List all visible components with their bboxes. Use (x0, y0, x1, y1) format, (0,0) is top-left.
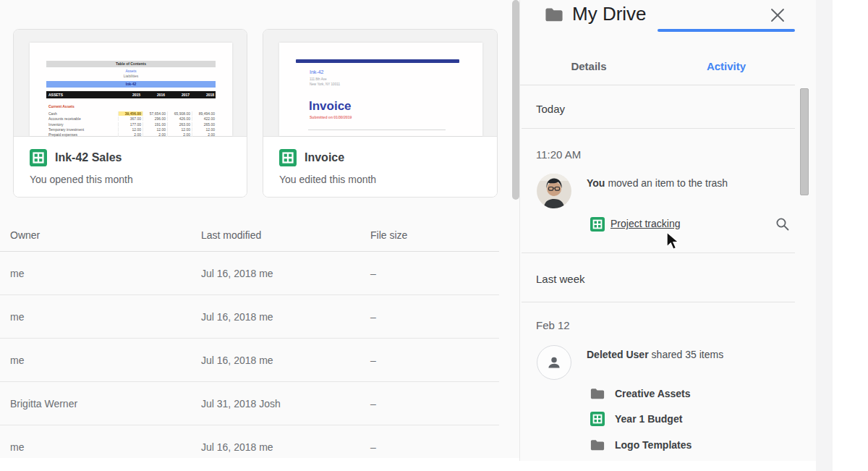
panel-title: My Drive (572, 3, 647, 25)
cell-file-size: – (370, 398, 376, 410)
table-row[interactable]: me Jul 16, 2018 me – (0, 425, 499, 458)
section-divider (522, 302, 795, 302)
active-tab-indicator (658, 29, 795, 32)
preview-toc-title: Table of Contents (46, 61, 216, 67)
preview-section-label: Current Assets (48, 104, 75, 109)
search-icon[interactable] (775, 217, 790, 232)
activity-target-row: Project tracking (590, 216, 793, 233)
file-card-invoice[interactable]: Ink-42 111 8th Ave New York, NY 10011 In… (263, 29, 498, 198)
file-card-subtitle: You edited this month (279, 174, 376, 185)
table-row[interactable]: me Jul 16, 2018 me – (0, 295, 499, 339)
cell-owner: me (10, 355, 24, 366)
spreadsheet-preview: Table of Contents Assets Liabilities Ink… (30, 43, 232, 136)
user-photo (537, 174, 571, 208)
avatar (537, 174, 571, 208)
panel-scrollbar-thumb[interactable] (800, 88, 809, 195)
preview-data-row: Inventory 177.00 191.00 263.00 265.00 (48, 122, 216, 127)
details-activity-panel: My Drive Details Activity Today 11:20 AM… (519, 0, 816, 461)
cell-owner: me (10, 268, 24, 279)
cell-last-modified: Jul 16, 2018 me (201, 311, 273, 323)
window-scrollbar-track[interactable] (816, 0, 833, 471)
invoice-divider (308, 130, 446, 130)
close-icon[interactable] (769, 7, 786, 24)
invoice-submitted-note: Submitted on 01/30/2019 (310, 115, 352, 119)
cell-last-modified: Jul 16, 2018 me (201, 268, 273, 279)
cell-file-size: – (370, 441, 376, 453)
file-card-title: Invoice (305, 151, 344, 164)
preview-data-row: Temporary investment 12.00 12.00 12.00 1… (48, 127, 216, 132)
preview-toc-assets: Assets (46, 69, 216, 73)
cell-file-size: – (370, 355, 376, 366)
preview-data-row: Accounts receivable 367.00 296.00 426.00… (48, 116, 216, 122)
shared-item-label: Logo Templates (615, 439, 692, 451)
person-icon (544, 352, 564, 373)
table-row[interactable]: me Jul 16, 2018 me – (0, 339, 499, 382)
preview-sheet-band: Ink-42 (46, 81, 216, 88)
activity-action: shared 35 items (652, 349, 724, 360)
file-card-thumbnail: Ink-42 111 8th Ave New York, NY 10011 In… (263, 30, 497, 137)
activity-description: Youmoved an item to the trash (587, 177, 728, 189)
activity-action: moved an item to the trash (608, 177, 728, 189)
preview-header-row: ASSETS 2015 2016 2017 2018 (46, 91, 216, 98)
avatar-generic (537, 345, 571, 380)
cell-file-size: – (370, 311, 376, 323)
file-list-table: Owner Last modified File size me Jul 16,… (0, 217, 499, 458)
drive-screen: Table of Contents Assets Liabilities Ink… (0, 0, 868, 471)
invoice-doc-title: Invoice (309, 99, 352, 114)
activity-actor: You (587, 177, 605, 189)
preview-data-row: Cash 39,456.00 57,654.00 65,908.00 89,49… (48, 111, 216, 116)
section-divider (522, 128, 795, 129)
file-card-thumbnail: Table of Contents Assets Liabilities Ink… (14, 30, 247, 137)
invoice-preview: Ink-42 111 8th Ave New York, NY 10011 In… (279, 43, 482, 136)
cell-file-size: – (370, 268, 376, 279)
preview-toc-liabilities: Liabilities (46, 74, 216, 78)
file-card-footer: Ink-42 Sales You opened this month (14, 137, 247, 198)
sheets-icon (590, 412, 605, 426)
cell-owner: me (10, 311, 24, 323)
sheets-icon (590, 217, 605, 232)
cell-last-modified: Jul 31, 2018 Josh (201, 398, 281, 410)
file-link-project-tracking[interactable]: Project tracking (610, 218, 680, 229)
column-header-owner[interactable]: Owner (10, 229, 40, 241)
column-header-last-modified[interactable]: Last modified (201, 229, 261, 241)
section-header-today: Today (536, 103, 565, 115)
shared-item-label: Creative Assets (615, 388, 691, 399)
cell-owner: Brigitta Werner (10, 398, 77, 410)
folder-icon (590, 386, 605, 401)
file-card-subtitle: You opened this month (30, 174, 133, 185)
table-row[interactable]: me Jul 16, 2018 me – (0, 252, 499, 295)
cell-last-modified: Jul 16, 2018 me (201, 441, 273, 453)
file-card-ink42-sales[interactable]: Table of Contents Assets Liabilities Ink… (13, 29, 247, 198)
folder-icon (545, 7, 563, 22)
sheets-icon (279, 149, 297, 166)
activity-actor: Deleted User (587, 349, 649, 360)
invoice-address-line1: 111 8th Ave (310, 77, 327, 81)
shared-item-year-1-budget[interactable]: Year 1 Budget (590, 411, 793, 428)
section-header-last-week: Last week (536, 273, 585, 285)
invoice-address-line2: New York, NY 10011 (310, 82, 340, 86)
shared-item-logo-templates[interactable]: Logo Templates (590, 437, 793, 454)
invoice-company: Ink-42 (310, 69, 323, 75)
panel-tabs: Details Activity (520, 54, 795, 85)
shared-item-label: Year 1 Budget (615, 413, 682, 425)
file-card-title: Ink-42 Sales (55, 151, 122, 164)
file-browser-area: Table of Contents Assets Liabilities Ink… (0, 0, 519, 458)
content-scrollbar-thumb[interactable] (512, 0, 519, 200)
tab-details[interactable]: Details (520, 54, 658, 85)
cell-owner: me (10, 441, 24, 453)
folder-icon (590, 438, 605, 452)
cell-last-modified: Jul 16, 2018 me (201, 355, 273, 366)
activity-time: 11:20 AM (536, 148, 581, 161)
activity-date: Feb 12 (536, 319, 570, 331)
table-row[interactable]: Brigitta Werner Jul 31, 2018 Josh – (0, 382, 499, 425)
invoice-top-rule (296, 59, 459, 63)
section-divider (522, 253, 795, 253)
sheets-icon (30, 149, 47, 166)
shared-item-creative-assets[interactable]: Creative Assets (590, 386, 793, 403)
file-list-header: Owner Last modified File size (0, 217, 499, 252)
tab-activity[interactable]: Activity (658, 54, 795, 85)
file-card-footer: Invoice You edited this month (263, 137, 497, 198)
activity-description: Deleted Usershared 35 items (587, 349, 723, 360)
column-header-file-size[interactable]: File size (370, 229, 407, 241)
